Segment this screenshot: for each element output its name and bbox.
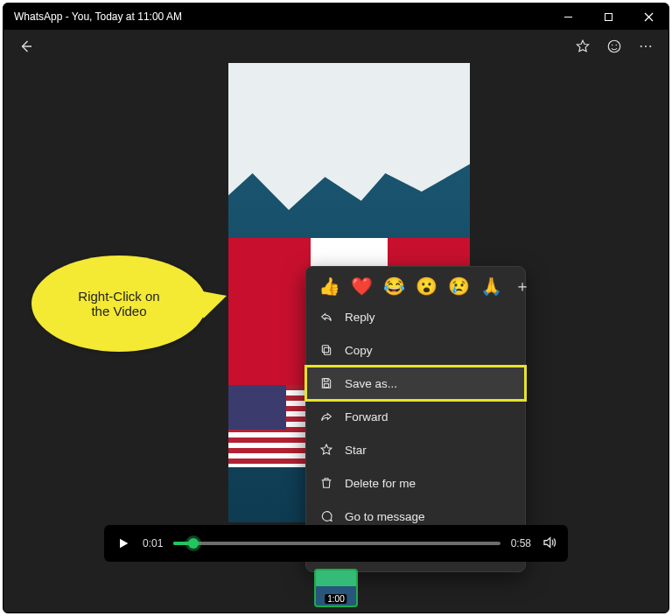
svg-point-9 (649, 46, 651, 47)
message-icon (318, 508, 334, 524)
reaction-add-icon[interactable]: ＋ (514, 276, 530, 297)
svg-rect-10 (324, 347, 330, 354)
viewer-content: that m Right-Click on the Video 👍 ❤️ 😂 😮… (4, 63, 668, 527)
menu-label: Forward (345, 410, 388, 424)
close-button[interactable] (628, 4, 668, 30)
minimize-button[interactable] (548, 4, 588, 30)
seek-thumb[interactable] (188, 538, 199, 549)
svg-rect-1 (605, 13, 612, 20)
menu-item-star[interactable]: Star (306, 433, 525, 466)
star-icon (318, 442, 334, 458)
menu-label: Star (345, 444, 367, 457)
menu-label: Save as... (345, 377, 397, 390)
play-button[interactable] (115, 535, 132, 552)
svg-rect-12 (324, 379, 328, 382)
svg-point-6 (616, 45, 618, 46)
svg-point-7 (640, 46, 642, 47)
menu-item-delete[interactable]: Delete for me (306, 466, 525, 500)
window-title: WhatsApp - You, Today at 11:00 AM (14, 10, 182, 23)
reply-icon (318, 309, 334, 325)
save-icon (318, 375, 334, 391)
menu-item-reply[interactable]: Reply (306, 300, 525, 333)
reaction-heart[interactable]: ❤️ (351, 276, 373, 297)
menu-item-save-as[interactable]: Save as... (306, 367, 525, 400)
reaction-laugh[interactable]: 😂 (383, 276, 405, 297)
svg-point-5 (612, 45, 613, 46)
menu-item-copy[interactable]: Copy (306, 333, 525, 367)
svg-rect-13 (324, 384, 328, 388)
menu-item-forward[interactable]: Forward (306, 400, 525, 433)
callout-line1: Right-Click on (78, 289, 159, 304)
reaction-wow[interactable]: 😮 (416, 276, 438, 297)
toolbar (4, 30, 668, 63)
trash-icon (318, 475, 334, 491)
reaction-sad[interactable]: 😢 (448, 276, 470, 297)
forward-icon (318, 409, 334, 424)
reaction-row: 👍 ❤️ 😂 😮 😢 🙏 ＋ (306, 267, 525, 300)
titlebar: WhatsApp - You, Today at 11:00 AM (4, 4, 668, 30)
thumbnail-duration: 1:00 (325, 594, 346, 604)
video-player-bar: 0:01 0:58 (104, 525, 568, 562)
more-button[interactable] (630, 32, 662, 60)
callout-line2: the Video (78, 304, 159, 318)
menu-label: Go to message (345, 510, 425, 523)
thumbnail-strip: 1:00 (4, 569, 668, 607)
video-thumbnail[interactable]: 1:00 (314, 569, 358, 607)
svg-rect-11 (322, 346, 328, 353)
menu-label: Reply (345, 311, 375, 324)
maximize-button[interactable] (588, 4, 628, 30)
volume-button[interactable] (542, 535, 557, 553)
emoji-button[interactable] (598, 32, 630, 60)
back-button[interactable] (10, 32, 42, 60)
seek-track[interactable] (173, 542, 500, 545)
menu-label: Copy (345, 344, 373, 357)
reaction-pray[interactable]: 🙏 (480, 276, 502, 297)
annotation-callout: Right-Click on the Video (32, 256, 206, 352)
app-window: WhatsApp - You, Today at 11:00 AM (3, 3, 669, 613)
menu-label: Delete for me (345, 477, 416, 490)
total-time: 0:58 (511, 537, 531, 550)
copy-icon (318, 342, 334, 358)
svg-point-8 (645, 46, 647, 47)
elapsed-time: 0:01 (143, 537, 163, 550)
star-button[interactable] (567, 32, 598, 60)
svg-point-4 (608, 40, 620, 52)
reaction-thumbs-up[interactable]: 👍 (318, 276, 340, 297)
